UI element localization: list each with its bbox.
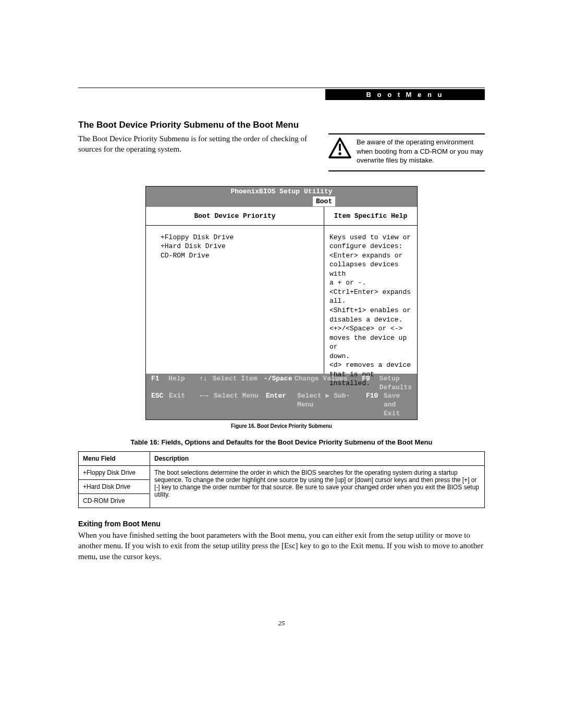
bios-right-header: Item Specific Help bbox=[324, 207, 417, 226]
help-line: collapses devices with bbox=[329, 260, 412, 278]
header-rule bbox=[78, 88, 485, 88]
page: B o o t M e n u The Boot Device Priority… bbox=[0, 0, 563, 669]
svg-rect-1 bbox=[339, 144, 341, 151]
key-enter[interactable]: Enter bbox=[266, 392, 297, 418]
list-item[interactable]: +Hard Disk Drive bbox=[161, 242, 317, 251]
help-line: moves the device up or bbox=[329, 334, 412, 352]
label-exit: Exit bbox=[169, 392, 200, 418]
bios-footer: F1 Help ↑↓ Select Item -/Space Change Va… bbox=[146, 374, 417, 419]
bios-tab-bar: Boot bbox=[146, 196, 417, 207]
cell-description: The boot selections determine the order … bbox=[150, 466, 485, 508]
bios-window: PhoenixBIOS Setup Utility Boot Boot Devi… bbox=[145, 186, 418, 420]
th-description: Description bbox=[150, 452, 485, 466]
bios-footer-row: ESC Exit ←→ Select Menu Enter Select ▶ S… bbox=[151, 392, 412, 418]
help-line: configure devices: bbox=[329, 242, 412, 251]
key-leftright[interactable]: ←→ bbox=[200, 392, 214, 418]
label-select-menu: Select Menu bbox=[214, 392, 266, 418]
help-line: disables a device. bbox=[329, 315, 412, 325]
label-save-exit: Save and Exit bbox=[384, 392, 412, 418]
help-line: a + or -. bbox=[329, 278, 412, 288]
page-number: 25 bbox=[78, 619, 485, 627]
label-help: Help bbox=[168, 375, 199, 392]
help-line: <+>/<Space> or <-> bbox=[329, 324, 412, 334]
caution-icon bbox=[328, 138, 351, 165]
cell-field: +Floppy Disk Drive bbox=[79, 466, 150, 480]
bios-left-header: Boot Device Priority bbox=[146, 207, 324, 226]
help-line: <Ctrl+Enter> expands bbox=[329, 288, 412, 297]
th-menu-field: Menu Field bbox=[79, 452, 150, 466]
bios-footer-row: F1 Help ↑↓ Select Item -/Space Change Va… bbox=[151, 375, 412, 392]
key-esc[interactable]: ESC bbox=[151, 392, 169, 418]
help-line: <d> removes a device bbox=[329, 361, 412, 370]
intro-row: The Boot Device Priority Submenu is for … bbox=[78, 133, 485, 171]
key-f10[interactable]: F10 bbox=[366, 392, 384, 418]
key-updown[interactable]: ↑↓ bbox=[199, 375, 213, 392]
table-header-row: Menu Field Description bbox=[79, 452, 485, 466]
label-defaults: Setup Defaults bbox=[380, 375, 412, 392]
table-row: +Floppy Disk Drive The boot selections d… bbox=[79, 466, 485, 480]
key-space[interactable]: -/Space bbox=[264, 375, 295, 392]
help-line: Keys used to view or bbox=[329, 233, 412, 242]
bios-title: PhoenixBIOS Setup Utility bbox=[146, 187, 417, 196]
list-item[interactable]: CD-ROM Drive bbox=[161, 251, 317, 261]
key-f9[interactable]: F9 bbox=[362, 375, 379, 392]
exit-title: Exiting from Boot Menu bbox=[78, 520, 485, 528]
intro-paragraph: The Boot Device Priority Submenu is for … bbox=[78, 133, 319, 155]
bios-right-panel: Item Specific Help Keys used to view or … bbox=[324, 207, 417, 374]
help-line: all. bbox=[329, 297, 412, 306]
help-line: down. bbox=[329, 352, 412, 361]
bios-columns: Boot Device Priority +Floppy Disk Drive … bbox=[146, 207, 417, 374]
table-caption: Table 16: Fields, Options and Defaults f… bbox=[78, 438, 485, 446]
label-change-values: Change Values bbox=[295, 375, 362, 392]
help-line: <Shift+1> enables or bbox=[329, 306, 412, 315]
section-title: The Boot Device Priority Submenu of the … bbox=[78, 120, 485, 130]
cell-field: CD-ROM Drive bbox=[79, 494, 150, 508]
key-f1[interactable]: F1 bbox=[151, 375, 168, 392]
list-item[interactable]: +Floppy Disk Drive bbox=[161, 233, 317, 242]
help-line: <Enter> expands or bbox=[329, 251, 412, 261]
svg-point-2 bbox=[338, 152, 341, 155]
bios-device-list[interactable]: +Floppy Disk Drive +Hard Disk Drive CD-R… bbox=[146, 226, 324, 374]
bios-active-tab[interactable]: Boot bbox=[313, 196, 335, 206]
label-select-item: Select Item bbox=[213, 375, 264, 392]
bios-left-panel: Boot Device Priority +Floppy Disk Drive … bbox=[146, 207, 324, 374]
bios-help-text: Keys used to view or configure devices: … bbox=[324, 226, 417, 374]
warning-box: Be aware of the operating environment wh… bbox=[328, 133, 485, 171]
exit-paragraph: When you have finished setting the boot … bbox=[78, 530, 485, 562]
description-table: Menu Field Description +Floppy Disk Driv… bbox=[78, 451, 485, 508]
cell-field: +Hard Disk Drive bbox=[79, 480, 150, 494]
label-submenu: Select ▶ Sub-Menu bbox=[297, 392, 366, 418]
header-breadcrumb: B o o t M e n u bbox=[325, 89, 485, 100]
warning-text: Be aware of the operating environment wh… bbox=[357, 138, 485, 165]
figure-caption: Figure 16. Boot Device Priority Submenu bbox=[78, 423, 485, 429]
